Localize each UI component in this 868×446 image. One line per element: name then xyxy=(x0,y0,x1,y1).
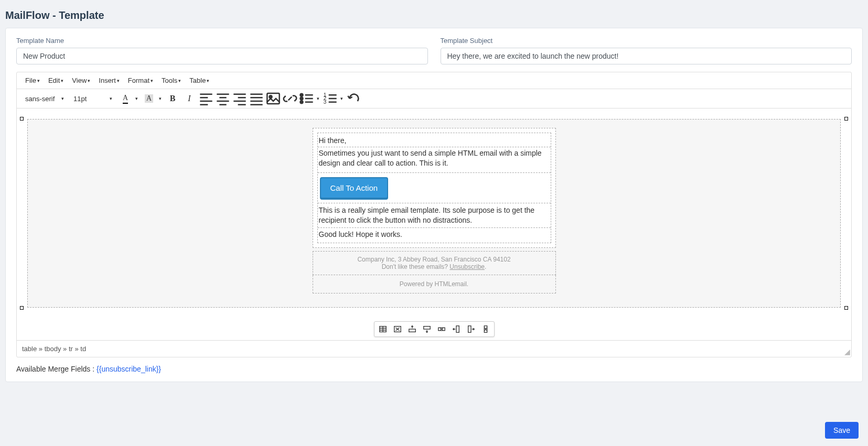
align-justify-button[interactable] xyxy=(249,91,264,106)
template-name-input[interactable] xyxy=(16,48,428,64)
svg-rect-14 xyxy=(468,326,470,332)
email-footer-bot[interactable]: Powered by HTMLemail. xyxy=(313,275,556,293)
selection-handle-bl[interactable] xyxy=(20,306,24,310)
bullet-list-button[interactable] xyxy=(299,91,315,106)
editor-status-bar: table » tbody » tr » td ◢ xyxy=(17,340,851,357)
bold-button[interactable]: B xyxy=(165,91,180,106)
bullet-list-dropdown[interactable]: ▾ xyxy=(315,96,322,101)
resize-grip-icon[interactable]: ◢ xyxy=(844,347,850,356)
undo-icon[interactable] xyxy=(346,91,362,106)
number-list-dropdown[interactable]: ▾ xyxy=(338,96,345,101)
row-after-icon[interactable] xyxy=(420,323,434,335)
menu-table[interactable]: Table▾ xyxy=(185,73,213,88)
col-after-icon[interactable] xyxy=(464,323,478,335)
menu-format[interactable]: Format▾ xyxy=(124,73,157,88)
email-luck[interactable]: Good luck! Hope it works. xyxy=(318,228,551,243)
svg-rect-0 xyxy=(267,93,279,104)
italic-button[interactable]: I xyxy=(181,91,197,106)
merge-field-link[interactable]: {{unsubscribe_link}} xyxy=(97,365,161,373)
rich-text-editor: File▾ Edit▾ View▾ Insert▾ Format▾ Tools▾… xyxy=(16,72,852,357)
menu-insert[interactable]: Insert▾ xyxy=(94,73,124,88)
font-size-select[interactable]: 11pt▾ xyxy=(69,93,116,105)
template-subject-label: Template Subject xyxy=(441,37,852,45)
email-inner-wrap[interactable]: Hi there, Sometimes you just want to sen… xyxy=(313,128,556,248)
text-color-button[interactable]: A xyxy=(117,91,133,106)
svg-rect-11 xyxy=(423,327,430,329)
svg-text:3: 3 xyxy=(324,99,327,105)
editor-menubar: File▾ Edit▾ View▾ Insert▾ Format▾ Tools▾… xyxy=(17,72,851,89)
align-center-button[interactable] xyxy=(215,91,231,106)
svg-point-4 xyxy=(301,101,303,103)
number-list-button[interactable]: 123 xyxy=(323,91,338,106)
menu-tools[interactable]: Tools▾ xyxy=(157,73,185,88)
page-title: MailFlow - Template xyxy=(5,5,863,28)
svg-rect-10 xyxy=(409,329,415,332)
editor-toolbar: sans-serif▾ 11pt▾ A ▾ A ▾ B I xyxy=(17,89,851,108)
bg-color-button[interactable]: A xyxy=(141,91,157,106)
text-color-dropdown[interactable]: ▾ xyxy=(133,96,140,101)
selection-handle-tr[interactable] xyxy=(844,117,848,121)
svg-rect-13 xyxy=(456,326,459,332)
selection-handle-tl[interactable] xyxy=(20,117,24,121)
svg-point-2 xyxy=(301,94,303,96)
table-delete-icon[interactable] xyxy=(390,323,405,335)
template-name-label: Template Name xyxy=(16,37,428,45)
email-outer-table[interactable]: Hi there, Sometimes you just want to sen… xyxy=(27,119,841,308)
email-greeting[interactable]: Hi there, xyxy=(318,133,551,147)
cta-button[interactable]: Call To Action xyxy=(320,177,389,199)
breadcrumb-path[interactable]: table » tbody » tr » td xyxy=(22,345,86,353)
svg-point-3 xyxy=(301,97,303,100)
align-left-button[interactable] xyxy=(198,91,214,106)
menu-edit[interactable]: Edit▾ xyxy=(44,73,68,88)
email-footer-top[interactable]: Company Inc, 3 Abbey Road, San Francisco… xyxy=(313,251,556,275)
merge-fields-row: Available Merge Fields : {{unsubscribe_l… xyxy=(16,365,852,373)
image-icon[interactable] xyxy=(265,91,281,106)
row-delete-icon[interactable] xyxy=(434,323,449,335)
email-intro[interactable]: Sometimes you just want to send a simple… xyxy=(318,147,551,173)
editor-canvas[interactable]: Hi there, Sometimes you just want to sen… xyxy=(17,108,851,318)
bg-color-dropdown[interactable]: ▾ xyxy=(157,96,164,101)
table-floating-toolbar xyxy=(17,318,851,340)
link-icon[interactable] xyxy=(282,91,298,106)
align-right-button[interactable] xyxy=(232,91,248,106)
template-card: Template Name Template Subject File▾ Edi… xyxy=(5,28,863,382)
selection-handle-br[interactable] xyxy=(844,306,848,310)
row-before-icon[interactable] xyxy=(405,323,420,335)
unsubscribe-link[interactable]: Unsubscribe xyxy=(449,263,485,270)
menu-view[interactable]: View▾ xyxy=(68,73,94,88)
col-before-icon[interactable] xyxy=(449,323,464,335)
menu-file[interactable]: File▾ xyxy=(21,73,44,88)
table-props-icon[interactable] xyxy=(376,323,390,335)
template-subject-input[interactable] xyxy=(441,48,852,64)
col-delete-icon[interactable] xyxy=(478,323,493,335)
font-family-select[interactable]: sans-serif▾ xyxy=(21,93,68,105)
email-desc[interactable]: This is a really simple email template. … xyxy=(318,203,551,228)
